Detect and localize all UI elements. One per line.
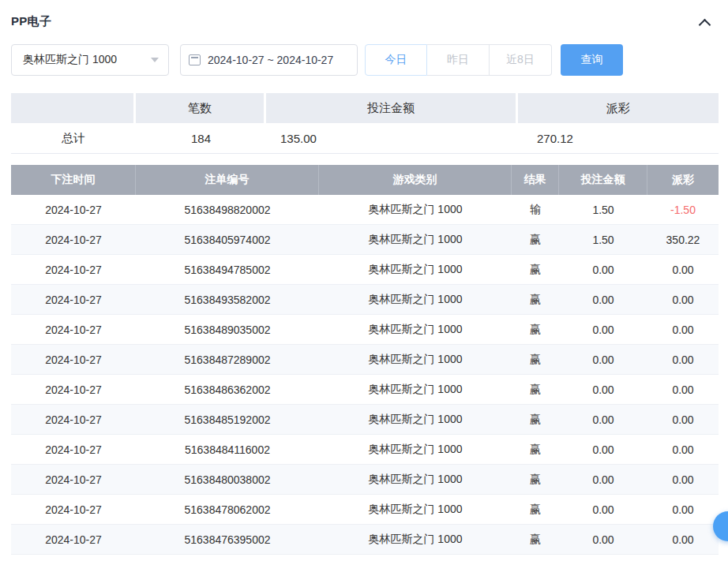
cell-bet-amount: 1.50 [559,195,647,224]
col-header-game-category: 游戏类别 [319,165,512,195]
cell-bet-amount: 0.00 [559,405,647,434]
date-range-picker[interactable]: 2024-10-27 ~ 2024-10-27 [180,44,358,76]
cell-bet-number: 51638493582002 [136,285,319,314]
collapse-chevron-up-icon[interactable] [699,18,711,31]
col-header-result: 结果 [512,165,559,195]
table-row: 2024-10-27 51638494785002 奥林匹斯之门 1000 赢 … [11,255,719,285]
cell-bet-time: 2024-10-27 [11,525,136,554]
cell-payout: 0.00 [647,345,719,374]
cell-bet-number: 51638487289002 [136,345,319,374]
cell-game-category: 奥林匹斯之门 1000 [319,225,512,254]
col-header-bet-number: 注单编号 [136,165,319,195]
cell-bet-amount: 0.00 [559,435,647,464]
cell-payout: 0.00 [647,375,719,404]
cell-bet-number: 51638485192002 [136,405,319,434]
col-header-payout: 派彩 [647,165,719,195]
today-button[interactable]: 今日 [365,44,427,76]
cell-result: 赢 [512,285,559,314]
summary-header-empty [11,93,136,123]
cell-game-category: 奥林匹斯之门 1000 [319,195,512,224]
cell-game-category: 奥林匹斯之门 1000 [319,285,512,314]
cell-bet-time: 2024-10-27 [11,225,136,254]
cell-bet-amount: 0.00 [559,345,647,374]
cell-bet-time: 2024-10-27 [11,495,136,524]
cell-bet-time: 2024-10-27 [11,405,136,434]
cell-bet-time: 2024-10-27 [11,375,136,404]
summary-count-value: 184 [136,123,266,153]
cell-result: 赢 [512,345,559,374]
table-row: 2024-10-27 51638405974002 奥林匹斯之门 1000 赢 … [11,225,719,255]
cell-bet-number: 51638486362002 [136,375,319,404]
panel-header: PP电子 [11,11,719,32]
records-body: 2024-10-27 51638498820002 奥林匹斯之门 1000 输 … [11,195,719,555]
summary-header-bet-amount: 投注金额 [266,93,518,123]
summary-total-label: 总计 [11,123,136,153]
cell-bet-amount: 0.00 [559,495,647,524]
cell-payout: 350.22 [647,225,719,254]
cell-payout: -1.50 [647,195,719,224]
cell-game-category: 奥林匹斯之门 1000 [319,465,512,494]
cell-result: 赢 [512,495,559,524]
page-title: PP电子 [11,14,51,29]
cell-game-category: 奥林匹斯之门 1000 [319,435,512,464]
summary-header-count: 笔数 [136,93,266,123]
cell-bet-amount: 0.00 [559,285,647,314]
cell-bet-number: 51638476395002 [136,525,319,554]
cell-bet-number: 51638478062002 [136,495,319,524]
cell-payout: 0.00 [647,495,719,524]
pp-games-panel: PP电子 奥林匹斯之门 1000 2024-10-27 ~ 2024-10-27… [0,0,728,555]
cell-payout: 0.00 [647,525,719,554]
table-row: 2024-10-27 51638498820002 奥林匹斯之门 1000 输 … [11,195,719,225]
cell-bet-amount: 0.00 [559,525,647,554]
cell-bet-number: 51638498820002 [136,195,319,224]
cell-bet-time: 2024-10-27 [11,195,136,224]
cell-bet-time: 2024-10-27 [11,465,136,494]
filter-bar: 奥林匹斯之门 1000 2024-10-27 ~ 2024-10-27 今日 昨… [11,44,719,76]
search-button[interactable]: 查询 [561,44,623,76]
summary-bet-amount-value: 135.00 [266,123,518,153]
table-row: 2024-10-27 51638493582002 奥林匹斯之门 1000 赢 … [11,285,719,315]
cell-bet-number: 51638489035002 [136,315,319,344]
quick-range-group: 今日 昨日 近8日 [365,44,552,76]
date-range-value: 2024-10-27 ~ 2024-10-27 [208,54,333,66]
col-header-bet-time: 下注时间 [11,165,136,195]
cell-game-category: 奥林匹斯之门 1000 [319,345,512,374]
last-8-days-button[interactable]: 近8日 [490,44,552,76]
cell-result: 赢 [512,525,559,554]
cell-game-category: 奥林匹斯之门 1000 [319,255,512,284]
summary-table: 笔数 投注金额 派彩 总计 184 135.00 270.12 [11,93,719,154]
game-select-value: 奥林匹斯之门 1000 [23,53,117,67]
summary-header-row: 笔数 投注金额 派彩 [11,93,719,123]
cell-payout: 0.00 [647,435,719,464]
table-row: 2024-10-27 51638476395002 奥林匹斯之门 1000 赢 … [11,525,719,555]
records-table: 下注时间 注单编号 游戏类别 结果 投注金额 派彩 2024-10-27 516… [11,165,719,555]
cell-result: 赢 [512,375,559,404]
cell-bet-amount: 0.00 [559,255,647,284]
cell-payout: 0.00 [647,255,719,284]
cell-payout: 0.00 [647,465,719,494]
game-select[interactable]: 奥林匹斯之门 1000 [11,44,169,76]
cell-bet-amount: 0.00 [559,375,647,404]
cell-result: 赢 [512,255,559,284]
cell-game-category: 奥林匹斯之门 1000 [319,405,512,434]
cell-game-category: 奥林匹斯之门 1000 [319,315,512,344]
table-row: 2024-10-27 51638487289002 奥林匹斯之门 1000 赢 … [11,345,719,375]
table-row: 2024-10-27 51638485192002 奥林匹斯之门 1000 赢 … [11,405,719,435]
summary-payout-value: 270.12 [518,123,719,153]
cell-result: 赢 [512,435,559,464]
summary-header-payout: 派彩 [518,93,719,123]
cell-bet-time: 2024-10-27 [11,255,136,284]
table-row: 2024-10-27 51638486362002 奥林匹斯之门 1000 赢 … [11,375,719,405]
cell-result: 赢 [512,405,559,434]
cell-bet-time: 2024-10-27 [11,345,136,374]
cell-payout: 0.00 [647,285,719,314]
cell-bet-amount: 1.50 [559,225,647,254]
cell-payout: 0.00 [647,405,719,434]
cell-result: 输 [512,195,559,224]
calendar-icon [189,54,201,65]
cell-bet-time: 2024-10-27 [11,285,136,314]
records-header-row: 下注时间 注单编号 游戏类别 结果 投注金额 派彩 [11,165,719,195]
yesterday-button[interactable]: 昨日 [427,44,490,76]
cell-game-category: 奥林匹斯之门 1000 [319,495,512,524]
cell-bet-number: 51638480038002 [136,465,319,494]
